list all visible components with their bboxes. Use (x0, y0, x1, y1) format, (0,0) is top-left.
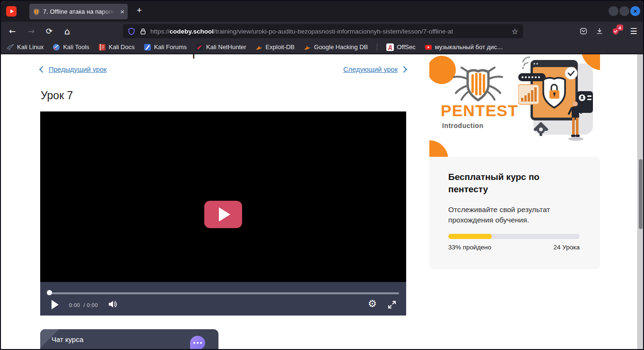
tracking-shield-icon[interactable] (128, 27, 135, 35)
menu-icon[interactable]: ☰ (628, 26, 639, 37)
offsec-icon: Д (386, 43, 394, 51)
scrollbar-thumb[interactable] (639, 159, 643, 229)
titlebar: 7. Offline атака на пароли × + × (1, 1, 643, 22)
seek-knob[interactable] (47, 290, 52, 295)
kali-nethunter-icon (196, 43, 203, 51)
page-scrollbar[interactable] (637, 54, 643, 349)
video-area[interactable] (40, 111, 406, 282)
google-hacking-db-icon (304, 43, 311, 51)
chevron-left-icon (39, 66, 46, 73)
progress-percent-label: 33% пройдено (448, 244, 491, 251)
forward-button[interactable]: → (26, 26, 37, 37)
chevron-right-icon (400, 66, 407, 73)
progress-fill (448, 234, 492, 239)
bookmark-music-bot[interactable]: музыкальный бот дис… (425, 43, 503, 51)
security-illustration (518, 55, 598, 145)
tab-title: 7. Offline атака на пароли (43, 8, 117, 15)
bookmark-kali-forums[interactable]: Kali Forums (144, 43, 187, 51)
video-player: 0:00 / 0:00 ⚙ (40, 111, 406, 316)
course-chat-card[interactable]: Чат курса (40, 329, 218, 349)
kali-tools-icon (52, 43, 60, 51)
youtube-icon (425, 43, 432, 51)
lessons-count-label: 24 Урока (554, 244, 580, 251)
kali-linux-icon (7, 43, 14, 51)
progress-bar (448, 234, 580, 239)
course-card-description: Отслеживайте свой результат прохождения … (448, 205, 571, 226)
bookmark-kali-nethunter[interactable]: Kali NetHunter (196, 43, 246, 51)
extension-badge: 4 (617, 25, 623, 31)
bookmark-star-icon[interactable]: ☆ (512, 27, 518, 36)
clipped-heading-fragment (193, 54, 194, 59)
bookmarks-separator (377, 43, 377, 51)
youtube-play-icon (10, 9, 14, 13)
bookmark-kali-tools[interactable]: Kali Tools (52, 43, 89, 51)
lock-icon[interactable] (139, 27, 147, 35)
pentest-logo-title: PENTEST (441, 102, 518, 120)
lesson-navigation: Предыдущий урок Следующий урок (40, 66, 406, 76)
bookmark-google-hacking-db[interactable]: Google Hacking DB (304, 43, 368, 51)
chat-bubble-icon[interactable] (190, 336, 205, 349)
course-progress-card: Бесплатный курс по пентесту Отслеживайте… (429, 157, 600, 269)
player-controls: 0:00 / 0:00 ⚙ (40, 282, 406, 316)
bookmark-exploit-db[interactable]: Exploit-DB (255, 43, 295, 51)
bookmark-kali-docs[interactable]: Kali Docs (98, 43, 135, 51)
page-content: Предыдущий урок Следующий урок Урок 7 0:… (1, 54, 643, 349)
tab-close-icon[interactable]: × (120, 8, 124, 15)
pocket-icon[interactable] (580, 27, 587, 35)
lesson-title: Урок 7 (41, 89, 73, 102)
back-button[interactable]: ← (7, 26, 18, 37)
pentest-logo-subtitle: Introduction (442, 122, 484, 129)
chat-title: Чат курса (52, 335, 83, 343)
next-lesson-link[interactable]: Следующий урок (343, 66, 406, 73)
new-tab-button[interactable]: + (137, 5, 142, 16)
pinned-tab-youtube[interactable] (6, 6, 17, 17)
navigation-toolbar: ← → ⟳ ⌂ https://codeby.school/training/v… (1, 22, 643, 41)
adblock-extension-icon[interactable]: 4 (612, 27, 619, 35)
exploit-db-icon (255, 43, 263, 51)
seek-bar[interactable] (49, 292, 399, 294)
settings-gear-icon[interactable]: ⚙ (368, 298, 377, 309)
play-button[interactable] (52, 300, 59, 309)
previous-lesson-link[interactable]: Предыдущий урок (40, 66, 107, 73)
browser-window: 7. Offline атака на пароли × + × ← → ⟳ ⌂… (0, 0, 644, 350)
play-icon (219, 207, 230, 222)
maximize-button[interactable] (619, 6, 629, 16)
bookmark-kali-linux[interactable]: Kali Linux (7, 43, 44, 51)
active-tab[interactable]: 7. Offline атака на пароли × (29, 4, 128, 19)
time-display: 0:00 / 0:00 (69, 302, 98, 308)
pentest-spider-logo-icon (452, 67, 504, 103)
kali-docs-icon (98, 43, 106, 51)
home-button[interactable]: ⌂ (61, 26, 73, 37)
reload-button[interactable]: ⟳ (44, 26, 55, 37)
course-banner: PENTEST Introduction (429, 54, 600, 157)
orange-blob-decoration (429, 140, 448, 157)
volume-icon[interactable] (108, 299, 118, 309)
kali-forums-icon (144, 43, 151, 51)
bookmark-offsec[interactable]: Д OffSec (386, 43, 416, 51)
url-bar[interactable]: https://codeby.school/training/view/urok… (123, 24, 523, 38)
close-button[interactable]: × (630, 6, 640, 16)
bookmarks-bar: Kali Linux Kali Tools Kali Docs Kali For… (1, 41, 643, 54)
fullscreen-icon[interactable] (387, 300, 397, 309)
minimize-button[interactable] (609, 6, 618, 16)
course-card-title: Бесплатный курс по пентесту (448, 171, 566, 195)
codeby-favicon-icon (33, 8, 40, 16)
url-text[interactable]: https://codeby.school/training/view/urok… (150, 28, 508, 35)
big-play-button[interactable] (204, 201, 242, 228)
downloads-icon[interactable] (596, 27, 603, 35)
